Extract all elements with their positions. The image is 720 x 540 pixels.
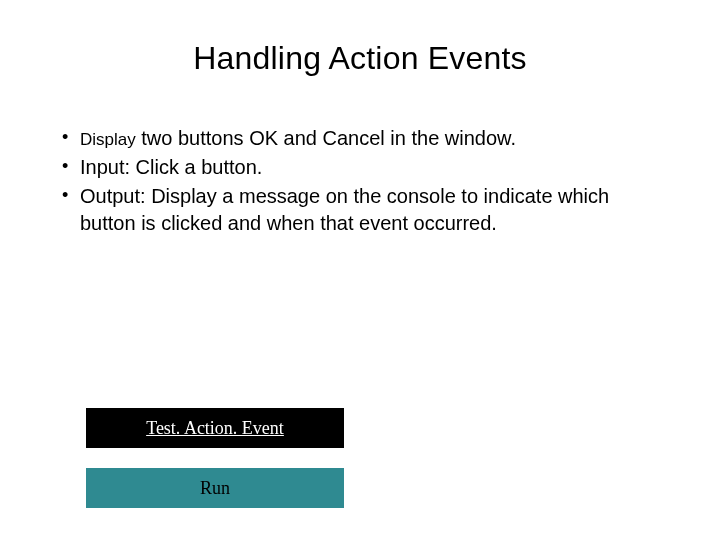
- bullet-item: Display two buttons OK and Cancel in the…: [56, 125, 664, 152]
- bullet-list: Display two buttons OK and Cancel in the…: [56, 125, 664, 237]
- bullet-prefix: Display: [80, 130, 136, 149]
- button-label: Test. Action. Event: [146, 418, 284, 439]
- button-area: Test. Action. Event Run: [86, 408, 344, 528]
- run-button[interactable]: Run: [86, 468, 344, 508]
- bullet-text: two buttons OK and Cancel in the window.: [136, 127, 516, 149]
- bullet-item: Input: Click a button.: [56, 154, 664, 181]
- test-action-event-link[interactable]: Test. Action. Event: [86, 408, 344, 448]
- button-label: Run: [200, 478, 230, 499]
- slide: Handling Action Events Display two butto…: [0, 40, 720, 540]
- bullet-item: Output: Display a message on the console…: [56, 183, 664, 237]
- bullet-text: Output: Display a message on the console…: [80, 185, 609, 234]
- slide-title: Handling Action Events: [0, 40, 720, 77]
- bullet-text: Input: Click a button.: [80, 156, 262, 178]
